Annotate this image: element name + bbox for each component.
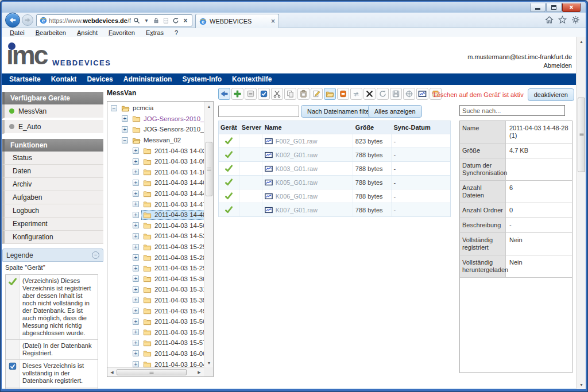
sidebar-item-archiv[interactable]: Archiv (2, 178, 103, 191)
sidebar-item-logbuch[interactable]: Logbuch (2, 204, 103, 218)
expand-icon[interactable]: + (133, 350, 139, 356)
remove-button[interactable] (363, 88, 376, 100)
tree-item[interactable]: +2011-04-03 15-55-00 (2) (107, 327, 204, 337)
column-header-name[interactable]: Name (262, 121, 353, 134)
tree-item[interactable]: +2011-04-03 14-47-05 (1) (107, 199, 204, 209)
tree-item[interactable]: +2011-04-03 15-49-31 (2) (107, 305, 204, 316)
tree-item[interactable]: +2011-04-03 15-35-51 (1) (107, 295, 204, 306)
sidebar-item-status[interactable]: Status (2, 152, 103, 165)
expand-icon[interactable]: + (133, 340, 139, 346)
nav-item-devices[interactable]: Devices (82, 73, 118, 85)
scroll-up-icon[interactable]: ▲ (577, 37, 586, 46)
delete-on-device-button[interactable] (337, 88, 349, 100)
scroll-down-icon[interactable]: ▼ (204, 358, 214, 367)
close-button[interactable]: × (562, 3, 581, 12)
tree-item[interactable]: +JOG-Sensors-2010_BAN (107, 114, 204, 125)
table-row[interactable]: K003_G01.raw788 bytes- (219, 162, 450, 176)
deselect-button[interactable] (245, 88, 257, 100)
scroll-up-icon[interactable]: ▲ (204, 102, 214, 111)
expand-icon[interactable]: + (133, 191, 139, 197)
scroll-left-icon[interactable]: ◀ (107, 368, 117, 377)
tree-item[interactable]: +JOG-Sensors-2010_BAN_imcDe (107, 124, 204, 135)
home-icon[interactable] (545, 15, 554, 24)
sidebar-item-konfiguration[interactable]: Konfiguration (2, 231, 103, 244)
column-header-server[interactable]: Server (239, 121, 262, 134)
nav-item-administration[interactable]: Administration (118, 73, 177, 85)
table-row[interactable]: K007_G01.raw788 bytes- (219, 203, 450, 217)
expand-icon[interactable]: + (133, 148, 139, 154)
scroll-right-icon[interactable]: ▶ (195, 368, 204, 377)
collapse-icon[interactable]: − (122, 137, 128, 143)
tree-item[interactable]: +2011-04-03 16-04-09 (1) (107, 359, 204, 367)
refresh-icon[interactable] (172, 16, 180, 25)
window-titlebar[interactable]: × (2, 2, 586, 13)
filename-filter-input[interactable] (218, 106, 299, 117)
page-vscroll-thumb[interactable] (578, 98, 585, 172)
nav-item-kontakt[interactable]: Kontakt (46, 73, 82, 85)
table-row[interactable]: F002_G01.raw823 bytes- (219, 134, 450, 148)
show-all-button[interactable]: Alles anzeigen (368, 105, 422, 118)
expand-icon[interactable]: + (133, 201, 139, 207)
column-header-gert[interactable]: Gerät (219, 121, 239, 134)
expand-icon[interactable]: + (133, 244, 139, 250)
table-row[interactable]: K006_G01.raw788 bytes- (219, 189, 450, 203)
tree-item[interactable]: +2011-04-03 15-25-03 (1) (107, 242, 204, 253)
expand-icon[interactable]: + (133, 286, 139, 293)
menu-item-favoriten[interactable]: Favoriten (109, 29, 135, 36)
tree-item[interactable]: +2011-04-03 16-00-42 (4) (107, 348, 204, 359)
column-header-syncdatum[interactable]: Sync-Datum (392, 121, 450, 134)
tree-vscroll-thumb[interactable] (206, 142, 212, 196)
tree-item[interactable]: −pcmcia (107, 103, 204, 114)
sidebar-item-experiment[interactable]: Experiment (2, 218, 103, 231)
nav-item-system-info[interactable]: System-Info (177, 73, 227, 85)
tab-close-icon[interactable]: × (271, 17, 275, 25)
tree-hscroll-thumb[interactable] (117, 369, 187, 375)
expand-icon[interactable]: + (122, 115, 128, 122)
expand-icon[interactable]: + (133, 265, 139, 271)
tree-item[interactable]: +2011-04-03 14-03-06 (1) (107, 145, 204, 156)
search-icon[interactable] (133, 16, 141, 25)
open-folder-button[interactable] (324, 88, 336, 100)
copy-button[interactable] (284, 88, 296, 100)
tree-item[interactable]: +2011-04-03 14-10-00 (1) (107, 167, 204, 178)
menu-item-datei[interactable]: Datei (10, 29, 25, 36)
expand-icon[interactable]: + (133, 308, 139, 314)
back-button[interactable] (218, 88, 230, 100)
device-item-messvan[interactable]: MessVan (2, 104, 103, 119)
menu-item-bearbeiten[interactable]: Bearbeiten (36, 29, 66, 36)
tree-item[interactable]: +2011-04-03 14-44-34 (2) (107, 188, 204, 199)
tree-item[interactable]: −Messvan_02 (107, 135, 204, 146)
expand-icon[interactable]: + (133, 212, 139, 218)
expand-icon[interactable]: + (133, 275, 139, 282)
tree-item[interactable]: +2011-04-03 15-29-40 (2) (107, 263, 204, 274)
paste-button[interactable] (297, 88, 310, 100)
browser-forward-button[interactable] (22, 14, 33, 26)
expand-icon[interactable]: + (133, 297, 139, 303)
menu-item-ansicht[interactable]: Ansicht (77, 29, 98, 36)
expand-icon[interactable]: + (133, 158, 139, 165)
table-row[interactable]: K005_G01.raw788 bytes- (219, 176, 450, 189)
collapse-icon[interactable]: − (111, 105, 117, 111)
add-button[interactable] (231, 88, 243, 100)
maximize-button[interactable] (546, 3, 562, 12)
device-item-e_auto[interactable]: E_Auto (2, 120, 103, 134)
menu-item-extras[interactable]: Extras (146, 29, 164, 36)
tree-item[interactable]: +2011-04-03 15-31-16 (1) (107, 284, 204, 295)
sidebar-item-aufgaben[interactable]: Aufgaben (2, 191, 103, 204)
nav-item-kontexthilfe[interactable]: Kontexthilfe (227, 73, 277, 85)
menu-item-?[interactable]: ? (175, 29, 178, 36)
tree-horizontal-scrollbar[interactable]: ◀ ▶ (107, 367, 204, 377)
table-row[interactable]: K002_G01.raw788 bytes- (219, 148, 450, 162)
save-button[interactable] (390, 88, 402, 100)
search-dropdown-caret[interactable]: ▾ (142, 16, 150, 25)
address-bar[interactable]: e https://www.webdevices.de/fm/index/bi … (36, 14, 192, 26)
scroll-down-icon[interactable]: ▼ (577, 380, 586, 389)
tree-item[interactable]: +2011-04-03 14-05-00 (1) (107, 156, 204, 167)
select-button[interactable] (258, 88, 270, 100)
column-header-gre[interactable]: Größe (353, 121, 392, 134)
favorites-star-icon[interactable] (558, 15, 567, 24)
tree-item[interactable]: +2011-04-03 14-50-34 (1) (107, 220, 204, 231)
cancel-sync-button[interactable] (377, 88, 389, 100)
sync-button[interactable] (350, 88, 362, 100)
expand-icon[interactable]: + (133, 361, 139, 367)
